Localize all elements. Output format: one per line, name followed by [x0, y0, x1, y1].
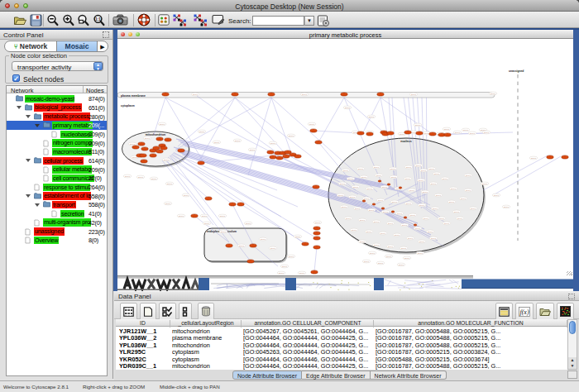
- svg-text:Gen n: Gen n: [343, 170, 349, 171]
- svg-text:Gen n: Gen n: [289, 135, 294, 136]
- svg-text:Gen n: Gen n: [165, 203, 171, 204]
- svg-text:Gen n: Gen n: [261, 238, 266, 240]
- svg-text:Gen n: Gen n: [418, 252, 423, 254]
- svg-text:Gen n: Gen n: [406, 166, 412, 168]
- svg-text:Gen n: Gen n: [405, 178, 411, 179]
- svg-text:Gen n: Gen n: [411, 93, 417, 95]
- svg-text:Gen n: Gen n: [428, 231, 433, 232]
- svg-text:Gen n: Gen n: [295, 236, 301, 237]
- svg-text:Gen n: Gen n: [299, 272, 305, 274]
- svg-text:Gen n: Gen n: [392, 201, 398, 203]
- svg-text:Gen n: Gen n: [451, 188, 457, 189]
- svg-text:Gen n: Gen n: [455, 131, 461, 133]
- svg-text:Gen n: Gen n: [160, 123, 165, 125]
- svg-text:Gen n: Gen n: [406, 203, 412, 204]
- svg-text:Gen n: Gen n: [364, 261, 370, 262]
- svg-text:Gen n: Gen n: [382, 186, 388, 188]
- svg-text:Gen n: Gen n: [402, 224, 408, 226]
- svg-text:Gen n: Gen n: [239, 245, 245, 246]
- svg-text:Gen n: Gen n: [220, 215, 226, 217]
- svg-text:Gen n: Gen n: [221, 231, 227, 232]
- svg-text:Gen n: Gen n: [125, 175, 131, 177]
- svg-text:Gen n: Gen n: [463, 129, 469, 131]
- svg-text:Gen n: Gen n: [360, 219, 366, 221]
- svg-text:Gen n: Gen n: [360, 241, 366, 242]
- svg-text:Gen n: Gen n: [361, 176, 367, 178]
- svg-text:Gen n: Gen n: [164, 159, 170, 160]
- svg-text:Gen n: Gen n: [214, 141, 220, 143]
- svg-text:Gen n: Gen n: [399, 264, 404, 265]
- svg-text:Gen n: Gen n: [151, 178, 157, 179]
- svg-text:Gen n: Gen n: [235, 140, 241, 141]
- svg-text:Gen n: Gen n: [279, 272, 285, 274]
- svg-text:Gen n: Gen n: [388, 222, 394, 224]
- svg-text:Gen n: Gen n: [410, 214, 416, 216]
- svg-text:Gen n: Gen n: [370, 252, 376, 254]
- svg-text:Gen n: Gen n: [350, 196, 356, 198]
- svg-text:Gen n: Gen n: [202, 215, 208, 217]
- svg-text:Gen n: Gen n: [369, 116, 375, 117]
- svg-text:Gen n: Gen n: [419, 179, 424, 181]
- svg-text:Gen n: Gen n: [423, 191, 428, 193]
- svg-text:Gen n: Gen n: [179, 215, 184, 217]
- svg-text:Gen n: Gen n: [419, 241, 425, 242]
- svg-text:Gen n: Gen n: [366, 231, 372, 232]
- svg-text:Gen n: Gen n: [466, 174, 471, 176]
- svg-text:Gen n: Gen n: [443, 178, 448, 179]
- svg-text:Gen n: Gen n: [439, 218, 445, 219]
- svg-text:Gen n: Gen n: [457, 218, 463, 219]
- svg-text:Gen n: Gen n: [490, 93, 496, 94]
- svg-text:Gen n: Gen n: [167, 183, 173, 184]
- svg-text:Gen n: Gen n: [386, 256, 392, 257]
- svg-text:Gen n: Gen n: [302, 93, 308, 95]
- svg-text:Gen n: Gen n: [246, 222, 251, 224]
- svg-text:Gen n: Gen n: [374, 221, 380, 222]
- svg-text:Gen n: Gen n: [419, 204, 425, 206]
- svg-text:Gen n: Gen n: [531, 157, 537, 159]
- svg-text:Gen n: Gen n: [282, 265, 288, 267]
- svg-text:Gen n: Gen n: [289, 256, 294, 257]
- svg-text:Gen n: Gen n: [270, 142, 276, 144]
- svg-text:Gen n: Gen n: [315, 222, 321, 223]
- svg-text:Gen n: Gen n: [383, 211, 389, 213]
- svg-text:Gen n: Gen n: [193, 93, 199, 95]
- svg-text:Gen n: Gen n: [352, 229, 357, 231]
- svg-text:Gen n: Gen n: [369, 209, 375, 211]
- svg-text:Gen n: Gen n: [199, 131, 205, 132]
- svg-text:Gen n: Gen n: [250, 149, 256, 151]
- svg-text:Gen n: Gen n: [358, 168, 364, 170]
- svg-text:Gen n: Gen n: [391, 176, 397, 178]
- svg-text:Gen n: Gen n: [504, 206, 510, 208]
- svg-text:Gen n: Gen n: [429, 168, 435, 170]
- svg-text:Gen n: Gen n: [421, 170, 427, 171]
- svg-text:Gen n: Gen n: [395, 234, 400, 236]
- svg-text:Gen n: Gen n: [378, 199, 384, 201]
- svg-text:Gen n: Gen n: [130, 143, 136, 145]
- svg-text:plasma membrane: plasma membrane: [121, 94, 146, 98]
- svg-text:Gen n: Gen n: [338, 194, 344, 196]
- svg-text:f(x): f(x): [519, 308, 529, 316]
- svg-text:Gen n: Gen n: [204, 222, 210, 224]
- svg-text:Gen n: Gen n: [342, 206, 347, 208]
- svg-text:Gen n: Gen n: [353, 186, 359, 188]
- svg-text:Gen n: Gen n: [433, 208, 438, 209]
- svg-text:Gen n: Gen n: [409, 189, 415, 191]
- svg-text:Gen n: Gen n: [436, 194, 442, 196]
- svg-text:Gen n: Gen n: [355, 208, 361, 209]
- svg-text:Gen n: Gen n: [397, 213, 403, 214]
- svg-text:cytoplasm: cytoplasm: [121, 104, 135, 108]
- svg-text:Gen n: Gen n: [481, 129, 486, 131]
- svg-text:Gen n: Gen n: [431, 183, 437, 184]
- svg-text:Gen n: Gen n: [449, 201, 455, 203]
- svg-text:Gen n: Gen n: [374, 166, 380, 168]
- svg-text:Gen n: Gen n: [345, 107, 351, 108]
- svg-text:mitochondrion: mitochondrion: [146, 133, 166, 136]
- svg-text:Gen n: Gen n: [466, 189, 471, 191]
- svg-text:Gen n: Gen n: [376, 174, 382, 176]
- svg-text:Gen n: Gen n: [494, 194, 500, 196]
- svg-text:Gen n: Gen n: [378, 262, 384, 264]
- svg-text:Gen n: Gen n: [444, 128, 450, 130]
- svg-text:Gen n: Gen n: [470, 132, 476, 134]
- svg-text:Gen n: Gen n: [364, 198, 370, 199]
- svg-text:Gen n: Gen n: [388, 246, 394, 247]
